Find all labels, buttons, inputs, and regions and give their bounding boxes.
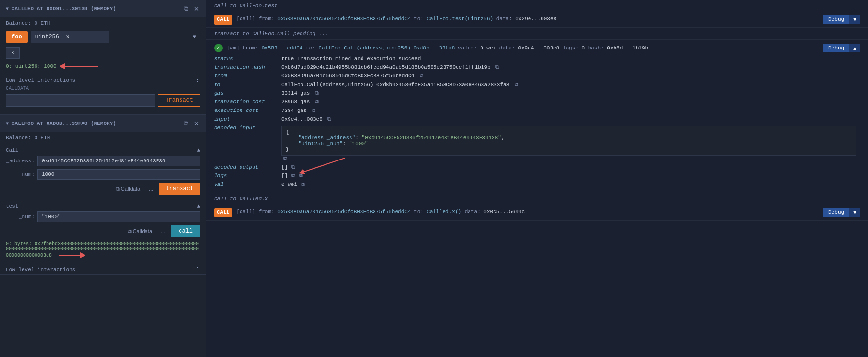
callled-balance: Balance: 0 ETH [0,17,206,29]
val-key: val [214,180,281,189]
test-num-input[interactable] [37,211,200,222]
call-line-callfoo-test: CALL [call] from: 0x5B38Da6a701c568545dC… [214,15,860,25]
call-line-callled-x: CALL [call] from: 0x5B38Da6a701c568545dC… [214,208,860,218]
detail-row-decoded-input: decoded input { "address _address": "0xd… [214,123,860,163]
transact-button[interactable]: Transact [158,94,200,107]
log-entry-call-callled-x: CALL [call] from: 0x5B38Da6a701c568545dC… [206,205,868,221]
execcost-copy-icon[interactable]: ⧉ [312,108,315,113]
test-dots-button[interactable]: ... [158,227,168,235]
from-key: from [214,72,281,80]
val-copy-icon[interactable]: ⧉ [301,182,305,187]
copy-small-icon: ⧉ [116,186,120,192]
test-call-button[interactable]: call [171,225,200,237]
call-fn-label: Call ▲ [6,146,200,154]
decoded-output-key: decoded output [214,163,281,172]
debug-chevron-1[interactable]: ▼ [849,15,860,24]
txcost-key: transaction cost [214,98,281,106]
detail-row-gas: gas 33314 gas ⧉ [214,89,860,98]
log-entry-callfoo-test: call to CallFoo.test [206,0,868,12]
log-entry-transact-pending: transact to CallFoo.Call pending ... [206,28,868,40]
detail-row-val: val 0 wei ⧉ [214,180,860,189]
call-transact-button[interactable]: transact [159,183,200,195]
calldata-input[interactable] [6,94,155,107]
gas-value: 33314 gas ⧉ [281,89,860,98]
left-panel: ▼ CALLLED AT 0XD91...39138 (MEMORY) ⧉ ✕ … [0,0,206,357]
callled-header: ▼ CALLLED AT 0XD91...39138 (MEMORY) ⧉ ✕ [0,0,206,17]
decoded-input-arrow-icon [292,156,350,175]
success-icon: ✓ [214,44,223,52]
right-panel: call to CallFoo.test CALL [call] from: 0… [206,0,868,357]
debug-button-1[interactable]: Debug [823,15,849,24]
detail-table: status true Transaction mined and execut… [214,54,860,189]
test-fn-label: test ▲ [6,201,200,210]
debug-chevron-2[interactable]: ▼ [849,208,860,217]
decoded-output-copy-group: [] ⧉ [281,164,856,170]
callled-param-input[interactable] [31,31,109,43]
callfoo-low-level-title: Low level interactions [6,267,75,272]
txhash-copy-icon[interactable]: ⧉ [495,64,499,70]
callled-x-text: call to Callled.x [214,196,268,202]
callfoo-low-level-header: Low level interactions ⋮ [0,262,206,274]
test-copy-icon: ⧉ [128,228,132,234]
decoded-input-value: { "address _address": "0xd9145CCE52D386f… [281,123,860,163]
detail-row-execcost: execution cost 7384 gas ⧉ [214,106,860,115]
detail-row-from: from 0x5B38Da6a701c568545dCfcB03FcB875f5… [214,72,860,80]
debug-group-success: Debug ▲ [823,44,860,52]
callfoo-header: ▼ CALLFOO AT 0XD8B...33FA8 (MEMORY) ⧉ ✕ [0,115,206,132]
calldata-label: CALLDATA [0,85,206,92]
address-param-row: _address: [6,154,200,168]
callled-low-level-header: Low level interactions ⋮ [0,73,206,85]
call-dots-button[interactable]: ... [146,185,156,193]
detail-row-to: to CallFoo.Call(address,uint256) 0xd8b93… [214,80,860,89]
input-value: 0x9e4...003e8 ⧉ [281,115,860,123]
callfoo-contract-section: ▼ CALLFOO AT 0XD8B...33FA8 (MEMORY) ⧉ ✕ … [0,115,206,275]
callled-header-left: ▼ CALLLED AT 0XD91...39138 (MEMORY) [6,6,116,12]
status-key: status [214,54,281,63]
callled-x-row: x [0,45,206,61]
test-calldata-button[interactable]: ⧉ Calldata [125,227,155,236]
to-key: to [214,80,281,89]
txhash-key: transaction hash [214,63,281,72]
log-entry-success: ✓ [vm] from: 0x5B3...eddC4 to: CallFoo.C… [206,40,868,193]
debug-button-success[interactable]: Debug [823,44,849,52]
foo-function-button[interactable]: foo [6,31,28,43]
callfoo-copy-button[interactable]: ⧉ [183,119,189,128]
to-copy-icon[interactable]: ⧉ [515,82,518,87]
address-param-input[interactable] [37,156,200,166]
gas-copy-icon[interactable]: ⧉ [315,90,319,96]
detail-row-status: status true Transaction mined and execut… [214,54,860,63]
input-key: input [214,115,281,123]
txcost-copy-icon[interactable]: ⧉ [315,99,319,105]
num-param-row: _num: [6,168,200,181]
test-fn-actions: ⧉ Calldata ... call [6,223,200,240]
callfoo-close-button[interactable]: ✕ [193,119,200,128]
debug-group-1: Debug ▼ [823,15,860,24]
debug-button-2[interactable]: Debug [823,208,849,217]
callled-chevron-icon: ▼ [6,6,9,12]
x-button[interactable]: x [6,47,20,59]
callfoo-test-text: call to CallFoo.test [214,3,277,9]
call-calldata-button[interactable]: ⧉ Calldata [113,185,143,194]
val-copy-group: 0 wei ⧉ [281,182,856,187]
callled-close-button[interactable]: ✕ [193,4,200,13]
test-function-block: test ▲ _num: ⧉ Calldata ... call 0: byte… [0,199,206,262]
select-arrow-icon: ▼ [193,34,196,40]
debug-chevron-success[interactable]: ▲ [849,44,860,52]
decoded-input-copy-icon[interactable]: ⧉ [283,156,287,161]
callled-param-select-wrapper: ▼ [31,31,200,43]
decoded-input-key: decoded input [214,123,281,163]
num-param-input[interactable] [37,169,200,180]
from-copy-icon[interactable]: ⧉ [420,73,423,79]
detail-row-txhash: transaction hash 0xb6d7ad029e4e21b4955b8… [214,63,860,72]
callled-function-row: foo ▼ [0,29,206,45]
callfoo-header-title: CALLFOO AT 0XD8B...33FA8 (MEMORY) [12,121,116,126]
callled-copy-button[interactable]: ⧉ [183,4,189,13]
callfoo-balance: Balance: 0 ETH [0,132,206,144]
input-copy-icon[interactable]: ⧉ [327,116,331,122]
callfoo-low-level-more-icon: ⋮ [195,266,200,272]
callled-result: 0: uint256: 1000 [0,61,206,73]
address-param-label: _address: [6,158,35,164]
call-detail-1: [call] from: 0x5B38Da6a701c568545dCfcB03… [236,15,820,24]
logs-key: logs [214,172,281,180]
txhash-value: 0xb6d7ad029e4e21b4955b881cb6fecd94a0ab5d… [281,63,860,72]
